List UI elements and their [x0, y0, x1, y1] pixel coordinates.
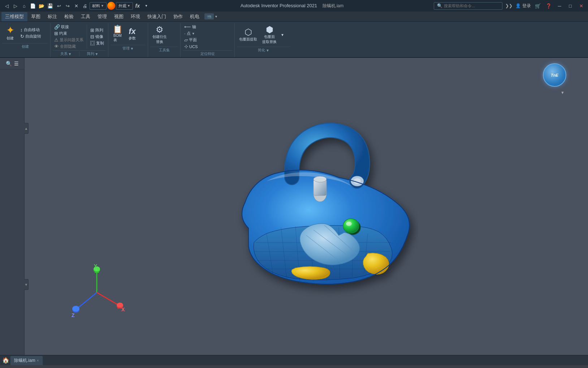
- wrap-replace-button[interactable]: ⬢ 包覆面提取替换: [260, 24, 279, 46]
- save-button[interactable]: 💾: [46, 2, 54, 10]
- ucs-button[interactable]: ⊹ UCS: [183, 43, 199, 50]
- join-button[interactable]: 🔗 联接: [53, 24, 85, 30]
- toolset-group-label[interactable]: 工具集: [150, 48, 178, 53]
- array-group-label[interactable]: 阵列 ▼: [79, 51, 106, 56]
- panel-menu-icon[interactable]: ☰: [14, 61, 19, 67]
- show-problem-icon: ⚠: [54, 37, 59, 43]
- mirror-button[interactable]: ⊟ 镜像: [89, 34, 105, 40]
- position-row: ⟵ 轴 · 点 ▼ ▱ 平面 ⊹ UCS: [183, 24, 232, 50]
- model-canvas: TnE ▼: [25, 58, 588, 355]
- free-rotate-button[interactable]: ↻ 自由旋转: [19, 33, 43, 39]
- qat-more-button[interactable]: ▼: [142, 2, 150, 10]
- position-sub: ⟵ 轴 · 点 ▼ ▱ 平面 ⊹ UCS: [183, 24, 199, 50]
- wrap-replace-icon: ⬢: [266, 25, 273, 34]
- ribbon-collapse-button[interactable]: ❯❯: [505, 3, 513, 8]
- close-doc-button[interactable]: ✕: [72, 2, 80, 10]
- appearance-dropdown[interactable]: 外观 ▼: [116, 2, 133, 10]
- simplify-group-label-row: 简化 ▼: [237, 47, 290, 53]
- menu-3d-model[interactable]: 三维模型: [1, 12, 27, 21]
- close-button[interactable]: ✕: [577, 2, 585, 10]
- constrain-button[interactable]: ⊞ 约束: [53, 30, 85, 37]
- title-bar: ◁ ▷ ⌂ 📄 📂 💾 ↩ ↪ ✕ 🖨 材料 ▼ 外观 ▼ fx: [0, 0, 588, 12]
- output-dropdown[interactable]: 📹 ▼: [204, 13, 218, 20]
- copy-button[interactable]: ⿴ 复制: [89, 40, 105, 46]
- menu-tools[interactable]: 工具: [77, 12, 94, 21]
- simplify-more[interactable]: ▼: [280, 32, 285, 38]
- back-button[interactable]: ◁: [3, 2, 11, 10]
- viewcube[interactable]: TnE: [543, 63, 566, 87]
- help-button[interactable]: ❓: [545, 2, 553, 10]
- manage-group-label[interactable]: 管理 ▼: [111, 46, 146, 51]
- model-body-group: [242, 130, 410, 284]
- material-dropdown[interactable]: 材料 ▼: [90, 2, 107, 10]
- viewport[interactable]: 🔍 ☰ ▲ ▼: [0, 58, 588, 355]
- menu-manage[interactable]: 管理: [94, 12, 111, 21]
- toolset-label-text: 工具集: [159, 48, 170, 53]
- create-button[interactable]: ✦ 创建: [2, 24, 18, 42]
- show-problem-label: 显示问题关系: [60, 37, 83, 43]
- hide-all-button[interactable]: 👁 全部隐藏: [53, 43, 85, 50]
- search-bar[interactable]: 🔍 搜索帮助和命令...: [434, 2, 502, 10]
- relation-sub-1: 🔗 联接 ⊞ 约束 ⚠ 显示问题关系 👁 全部隐藏: [53, 24, 85, 50]
- home-tab-icon: 🏠: [2, 357, 9, 364]
- create-group-label[interactable]: 创建: [2, 44, 48, 49]
- wrap-extract-button[interactable]: ⬡ 包覆面提取: [237, 26, 259, 43]
- file-tab[interactable]: 除螨机.iam ×: [10, 356, 43, 365]
- array-icon: ⊞: [90, 27, 94, 33]
- titlebar-left: ◁ ▷ ⌂ 📄 📂 💾 ↩ ↪ ✕ 🖨 材料 ▼ 外观 ▼ fx: [3, 2, 150, 10]
- free-move-button[interactable]: ↕ 自由移动: [19, 27, 43, 33]
- appearance-button[interactable]: [107, 2, 115, 10]
- cart-button[interactable]: 🛒: [534, 2, 542, 10]
- forward-button[interactable]: ▷: [12, 2, 20, 10]
- maximize-button[interactable]: □: [566, 2, 574, 10]
- menu-inspect[interactable]: 检验: [61, 12, 77, 21]
- manage-row: 📋 BOM表 fx 参数: [111, 24, 146, 44]
- login-button[interactable]: 👤 登录: [515, 3, 531, 9]
- menu-bar: 三维模型 草图 标注 检验 工具 管理 视图 环境 快速入门 协作 机电 📹 ▼: [0, 12, 588, 22]
- show-problem-button[interactable]: ⚠ 显示问题关系: [53, 37, 85, 43]
- redo-button[interactable]: ↪: [64, 2, 72, 10]
- minimize-button[interactable]: ─: [555, 2, 563, 10]
- print-button[interactable]: 🖨: [81, 2, 89, 10]
- params-button[interactable]: fx 参数: [125, 26, 139, 42]
- ribbon-group-position: ⟵ 轴 · 点 ▼ ▱ 平面 ⊹ UCS: [181, 23, 235, 57]
- undo-button[interactable]: ↩: [55, 2, 63, 10]
- menu-annotation[interactable]: 标注: [44, 12, 61, 21]
- menu-quickstart[interactable]: 快速入门: [144, 12, 170, 21]
- position-group-label-row: 定位特征: [183, 50, 232, 56]
- panel-search-row: 🔍 ☰: [0, 58, 24, 69]
- create-row1: ✦ 创建 ↕ 自由移动 ↻ 自由旋转: [2, 24, 48, 42]
- point-button[interactable]: · 点 ▼: [183, 30, 199, 37]
- toolset-group-label-row: 工具集: [150, 47, 178, 53]
- ribbon-group-manage: 📋 BOM表 fx 参数 管理 ▼: [108, 23, 148, 57]
- z-cone-top: [72, 306, 79, 312]
- create-derive-button[interactable]: ⚙ 创建衍生替换: [150, 24, 169, 46]
- simplify-group-label[interactable]: 简化 ▼: [237, 48, 290, 53]
- menu-view[interactable]: 视图: [111, 12, 127, 21]
- parameters-button[interactable]: fx: [134, 2, 142, 10]
- position-group-label[interactable]: 定位特征: [183, 51, 232, 56]
- tab-close-button[interactable]: ×: [37, 359, 39, 363]
- panel-search-icon[interactable]: 🔍: [6, 61, 12, 67]
- viewport-dropdown[interactable]: ▼: [561, 90, 565, 95]
- plane-button[interactable]: ▱ 平面: [183, 37, 199, 43]
- constrain-icon: ⊞: [54, 31, 58, 36]
- axis-button[interactable]: ⟵ 轴: [183, 24, 199, 30]
- simplify-row: ⬡ 包覆面提取 ⬢ 包覆面提取替换 ▼: [237, 24, 290, 46]
- menu-collaborate[interactable]: 协作: [170, 12, 186, 21]
- bom-button[interactable]: 📋 BOM表: [111, 24, 125, 44]
- search-icon: 🔍: [437, 3, 442, 8]
- new-button[interactable]: 📄: [29, 2, 37, 10]
- open-button[interactable]: 📂: [38, 2, 46, 10]
- menu-sketch[interactable]: 草图: [27, 12, 44, 21]
- relations-group-label[interactable]: 关系 ▼: [53, 51, 79, 56]
- array-arrow: ▼: [95, 52, 99, 56]
- array-button[interactable]: ⊞ 阵列: [89, 27, 105, 33]
- home-button[interactable]: ⌂: [20, 2, 28, 10]
- menu-mechatronics[interactable]: 机电: [186, 12, 203, 21]
- ucs-icon: ⊹: [184, 44, 188, 49]
- menu-environment[interactable]: 环境: [127, 12, 144, 21]
- copy-icon: ⿴: [90, 40, 95, 46]
- constrain-label: 约束: [59, 31, 67, 36]
- tab-home-icon[interactable]: 🏠: [1, 356, 10, 365]
